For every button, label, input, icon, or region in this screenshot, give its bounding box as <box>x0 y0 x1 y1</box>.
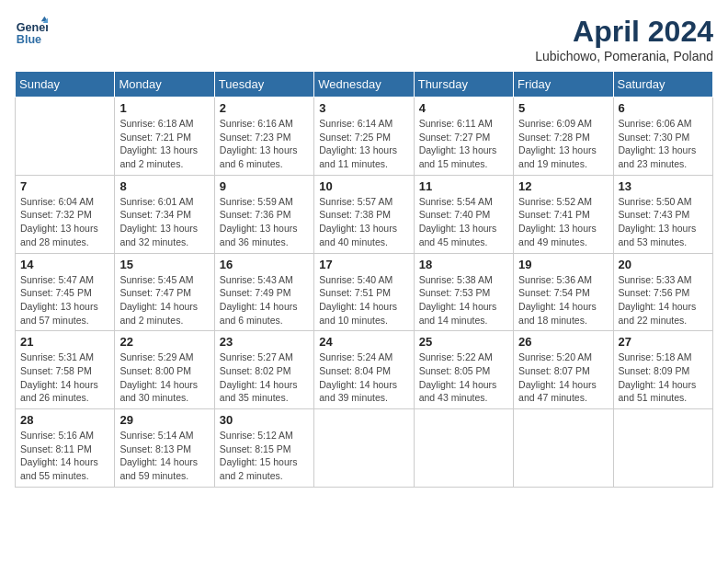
day-info: Sunrise: 5:27 AM Sunset: 8:02 PM Dayligh… <box>220 350 309 405</box>
day-number: 23 <box>220 335 309 349</box>
calendar-cell: 24Sunrise: 5:24 AM Sunset: 8:04 PM Dayli… <box>314 331 414 409</box>
weekday-tuesday: Tuesday <box>214 72 313 98</box>
day-info: Sunrise: 5:47 AM Sunset: 7:45 PM Dayligh… <box>20 273 109 327</box>
week-row-3: 14Sunrise: 5:47 AM Sunset: 7:45 PM Dayli… <box>16 253 713 331</box>
calendar-cell: 7Sunrise: 6:04 AM Sunset: 7:32 PM Daylig… <box>16 175 115 253</box>
title-block: April 2024 Lubichowo, Pomerania, Poland <box>535 15 713 63</box>
day-info: Sunrise: 5:54 AM Sunset: 7:40 PM Dayligh… <box>419 195 508 249</box>
day-number: 2 <box>220 101 309 115</box>
day-info: Sunrise: 6:04 AM Sunset: 7:32 PM Dayligh… <box>20 195 109 249</box>
calendar-cell: 18Sunrise: 5:38 AM Sunset: 7:53 PM Dayli… <box>414 253 513 331</box>
calendar-cell: 25Sunrise: 5:22 AM Sunset: 8:05 PM Dayli… <box>414 331 513 409</box>
day-info: Sunrise: 5:50 AM Sunset: 7:43 PM Dayligh… <box>619 195 708 249</box>
day-info: Sunrise: 5:24 AM Sunset: 8:04 PM Dayligh… <box>319 350 408 405</box>
day-number: 7 <box>20 179 109 193</box>
month-title: April 2024 <box>535 15 713 49</box>
calendar-cell: 12Sunrise: 5:52 AM Sunset: 7:41 PM Dayli… <box>514 175 613 253</box>
day-info: Sunrise: 5:43 AM Sunset: 7:49 PM Dayligh… <box>220 273 309 327</box>
weekday-header-row: SundayMondayTuesdayWednesdayThursdayFrid… <box>16 72 713 98</box>
day-number: 1 <box>119 101 209 115</box>
calendar-cell: 23Sunrise: 5:27 AM Sunset: 8:02 PM Dayli… <box>214 331 313 409</box>
page-header: General Blue April 2024 Lubichowo, Pomer… <box>15 15 713 63</box>
calendar-cell: 26Sunrise: 5:20 AM Sunset: 8:07 PM Dayli… <box>514 331 613 409</box>
day-number: 26 <box>518 335 608 349</box>
calendar-table: SundayMondayTuesdayWednesdayThursdayFrid… <box>15 71 713 488</box>
day-number: 20 <box>619 258 708 271</box>
day-info: Sunrise: 5:57 AM Sunset: 7:38 PM Dayligh… <box>319 195 408 249</box>
calendar-cell <box>16 98 115 176</box>
weekday-saturday: Saturday <box>613 72 712 98</box>
weekday-thursday: Thursday <box>414 72 513 98</box>
calendar-cell: 13Sunrise: 5:50 AM Sunset: 7:43 PM Dayli… <box>613 175 712 253</box>
calendar-cell: 30Sunrise: 5:12 AM Sunset: 8:15 PM Dayli… <box>214 409 313 488</box>
calendar-cell: 27Sunrise: 5:18 AM Sunset: 8:09 PM Dayli… <box>613 331 712 409</box>
day-info: Sunrise: 5:14 AM Sunset: 8:13 PM Dayligh… <box>119 429 209 483</box>
day-number: 22 <box>119 335 209 349</box>
calendar-cell: 17Sunrise: 5:40 AM Sunset: 7:51 PM Dayli… <box>314 253 414 331</box>
day-info: Sunrise: 5:38 AM Sunset: 7:53 PM Dayligh… <box>419 273 508 327</box>
calendar-cell: 14Sunrise: 5:47 AM Sunset: 7:45 PM Dayli… <box>16 253 115 331</box>
day-number: 11 <box>419 179 508 193</box>
calendar-cell: 16Sunrise: 5:43 AM Sunset: 7:49 PM Dayli… <box>214 253 313 331</box>
day-info: Sunrise: 5:45 AM Sunset: 7:47 PM Dayligh… <box>119 273 209 327</box>
day-info: Sunrise: 5:29 AM Sunset: 8:00 PM Dayligh… <box>119 350 209 405</box>
calendar-cell <box>314 409 414 488</box>
day-number: 14 <box>20 258 109 271</box>
day-info: Sunrise: 5:33 AM Sunset: 7:56 PM Dayligh… <box>619 273 708 327</box>
calendar-body: 1Sunrise: 6:18 AM Sunset: 7:21 PM Daylig… <box>16 98 713 488</box>
day-number: 25 <box>419 335 508 349</box>
location: Lubichowo, Pomerania, Poland <box>535 49 713 63</box>
calendar-cell <box>414 409 513 488</box>
day-info: Sunrise: 5:16 AM Sunset: 8:11 PM Dayligh… <box>20 429 109 483</box>
day-info: Sunrise: 6:01 AM Sunset: 7:34 PM Dayligh… <box>119 195 209 249</box>
calendar-cell: 29Sunrise: 5:14 AM Sunset: 8:13 PM Dayli… <box>115 409 214 488</box>
day-number: 21 <box>20 335 109 349</box>
week-row-1: 1Sunrise: 6:18 AM Sunset: 7:21 PM Daylig… <box>16 98 713 176</box>
day-info: Sunrise: 5:36 AM Sunset: 7:54 PM Dayligh… <box>518 273 608 327</box>
day-info: Sunrise: 6:06 AM Sunset: 7:30 PM Dayligh… <box>619 117 708 171</box>
day-info: Sunrise: 5:59 AM Sunset: 7:36 PM Dayligh… <box>220 195 309 249</box>
logo: General Blue <box>15 15 48 48</box>
weekday-monday: Monday <box>115 72 214 98</box>
calendar-cell: 19Sunrise: 5:36 AM Sunset: 7:54 PM Dayli… <box>514 253 613 331</box>
weekday-wednesday: Wednesday <box>314 72 414 98</box>
day-number: 28 <box>20 413 109 427</box>
calendar-cell: 11Sunrise: 5:54 AM Sunset: 7:40 PM Dayli… <box>414 175 513 253</box>
svg-text:Blue: Blue <box>17 33 41 46</box>
week-row-2: 7Sunrise: 6:04 AM Sunset: 7:32 PM Daylig… <box>16 175 713 253</box>
calendar-cell <box>613 409 712 488</box>
weekday-sunday: Sunday <box>16 72 115 98</box>
calendar-cell: 1Sunrise: 6:18 AM Sunset: 7:21 PM Daylig… <box>115 98 214 176</box>
calendar-cell: 2Sunrise: 6:16 AM Sunset: 7:23 PM Daylig… <box>214 98 313 176</box>
day-info: Sunrise: 5:31 AM Sunset: 7:58 PM Dayligh… <box>20 350 109 405</box>
day-info: Sunrise: 5:18 AM Sunset: 8:09 PM Dayligh… <box>619 350 708 405</box>
weekday-friday: Friday <box>514 72 613 98</box>
calendar-cell: 4Sunrise: 6:11 AM Sunset: 7:27 PM Daylig… <box>414 98 513 176</box>
day-number: 10 <box>319 179 408 193</box>
calendar-cell: 15Sunrise: 5:45 AM Sunset: 7:47 PM Dayli… <box>115 253 214 331</box>
calendar-cell: 6Sunrise: 6:06 AM Sunset: 7:30 PM Daylig… <box>613 98 712 176</box>
day-number: 13 <box>619 179 708 193</box>
day-info: Sunrise: 6:18 AM Sunset: 7:21 PM Dayligh… <box>119 117 209 171</box>
week-row-5: 28Sunrise: 5:16 AM Sunset: 8:11 PM Dayli… <box>16 409 713 488</box>
day-number: 9 <box>220 179 309 193</box>
calendar-cell: 20Sunrise: 5:33 AM Sunset: 7:56 PM Dayli… <box>613 253 712 331</box>
calendar-cell: 5Sunrise: 6:09 AM Sunset: 7:28 PM Daylig… <box>514 98 613 176</box>
day-number: 8 <box>119 179 209 193</box>
week-row-4: 21Sunrise: 5:31 AM Sunset: 7:58 PM Dayli… <box>16 331 713 409</box>
day-number: 17 <box>319 258 408 271</box>
calendar-cell: 3Sunrise: 6:14 AM Sunset: 7:25 PM Daylig… <box>314 98 414 176</box>
day-info: Sunrise: 6:16 AM Sunset: 7:23 PM Dayligh… <box>220 117 309 171</box>
calendar-cell: 8Sunrise: 6:01 AM Sunset: 7:34 PM Daylig… <box>115 175 214 253</box>
day-info: Sunrise: 5:52 AM Sunset: 7:41 PM Dayligh… <box>518 195 608 249</box>
calendar-cell <box>514 409 613 488</box>
calendar-cell: 28Sunrise: 5:16 AM Sunset: 8:11 PM Dayli… <box>16 409 115 488</box>
day-info: Sunrise: 6:14 AM Sunset: 7:25 PM Dayligh… <box>319 117 408 171</box>
day-number: 27 <box>619 335 708 349</box>
calendar-cell: 22Sunrise: 5:29 AM Sunset: 8:00 PM Dayli… <box>115 331 214 409</box>
day-number: 24 <box>319 335 408 349</box>
day-number: 3 <box>319 101 408 115</box>
day-number: 16 <box>220 258 309 271</box>
day-number: 18 <box>419 258 508 271</box>
day-number: 15 <box>119 258 209 271</box>
